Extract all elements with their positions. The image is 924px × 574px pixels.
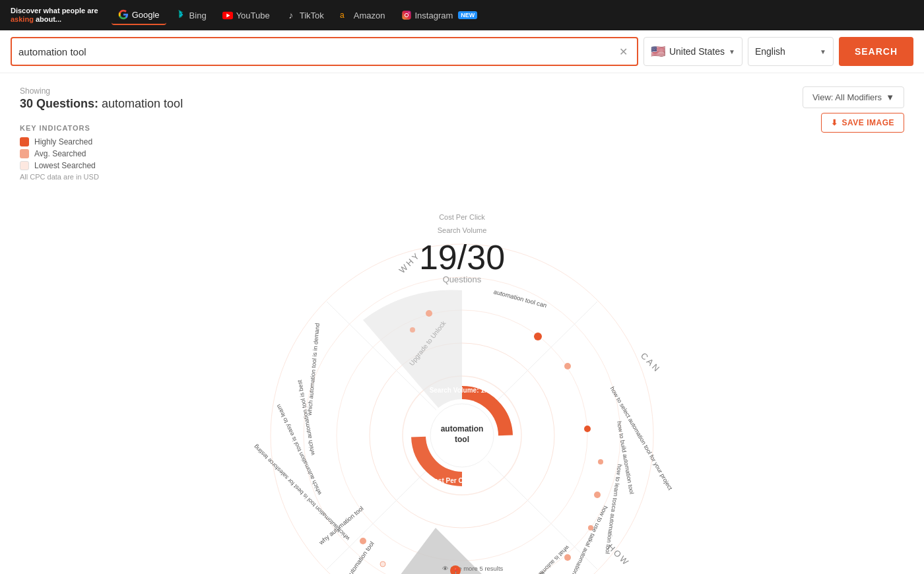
visualization-area: Cost Per Click Search Volume 19/30 Quest… xyxy=(20,191,904,574)
country-chevron-icon: ▼ xyxy=(729,48,735,55)
engine-bing[interactable]: Bing xyxy=(169,6,213,24)
showing-label: Showing xyxy=(20,86,183,96)
svg-text:📍: 📍 xyxy=(452,567,460,574)
engine-youtube[interactable]: YouTube xyxy=(216,6,277,24)
amazon-icon: a xyxy=(340,10,350,20)
svg-point-47 xyxy=(360,538,366,544)
clear-button[interactable]: ✕ xyxy=(616,46,630,58)
svg-point-37 xyxy=(564,363,571,369)
main-content: Showing 30 Questions: automation tool Vi… xyxy=(0,73,924,574)
us-flag-icon: 🇺🇸 xyxy=(651,44,665,59)
ki-low-swatch xyxy=(20,161,29,170)
engine-instagram[interactable]: Instagram NEW xyxy=(395,6,484,24)
ki-high-swatch xyxy=(20,137,29,146)
ki-lowest-searched: Lowest Searched xyxy=(20,161,904,170)
modifier-chevron-icon: ▼ xyxy=(886,92,894,102)
ki-note: All CPC data are in USD xyxy=(20,173,904,181)
viz-count: 19/30 xyxy=(419,240,505,274)
svg-text:Search Volume: 1.9K: Search Volume: 1.9K xyxy=(430,387,496,394)
viz-center-info: Cost Per Click Search Volume 19/30 Quest… xyxy=(419,211,505,284)
svg-point-46 xyxy=(380,561,385,567)
engine-google[interactable]: Google xyxy=(112,5,166,25)
engine-amazon-label: Amazon xyxy=(354,11,385,20)
results-count-block: Showing 30 Questions: automation tool xyxy=(20,86,183,111)
instagram-icon xyxy=(401,10,412,20)
engine-tiktok[interactable]: ♪ TikTok xyxy=(279,6,331,24)
language-selector[interactable]: English ▼ xyxy=(748,37,834,66)
ki-avg-searched: Avg. Searched xyxy=(20,149,904,158)
engine-youtube-label: YouTube xyxy=(236,11,270,20)
svg-point-38 xyxy=(584,426,591,432)
svg-text:which automation tool is in de: which automation tool is in demand xyxy=(306,323,321,416)
country-label: United States xyxy=(669,46,725,57)
viz-sv-label: Search Volume xyxy=(419,224,505,238)
language-label: English xyxy=(755,46,785,57)
svg-point-39 xyxy=(598,459,603,464)
search-bar: ✕ 🇺🇸 United States ▼ English ▼ SEARCH xyxy=(0,30,924,73)
top-navigation: Discover what people are asking about...… xyxy=(0,0,924,30)
view-modifier-button[interactable]: View: All Modifiers ▼ xyxy=(803,86,904,108)
svg-point-5 xyxy=(409,13,409,13)
results-header: Showing 30 Questions: automation tool Vi… xyxy=(20,86,904,111)
ki-avg-swatch xyxy=(20,149,29,158)
svg-rect-3 xyxy=(402,11,411,19)
svg-point-35 xyxy=(410,327,415,333)
search-button[interactable]: SEARCH xyxy=(839,37,913,66)
asking-word: asking xyxy=(11,15,34,23)
ki-title: KEY INDICATORS xyxy=(20,124,904,132)
engine-bing-label: Bing xyxy=(189,11,207,20)
content-area: Showing 30 Questions: automation tool Vi… xyxy=(0,73,924,574)
engine-google-label: Google xyxy=(132,10,160,20)
svg-text:what is automation tool: what is automation tool xyxy=(523,544,572,574)
svg-text:automation: automation xyxy=(441,424,484,433)
svg-point-41 xyxy=(588,525,593,530)
search-input-wrap: ✕ xyxy=(11,37,638,66)
svg-point-42 xyxy=(564,554,571,561)
svg-text:automation tool can: automation tool can xyxy=(493,288,548,309)
engine-tiktok-label: TikTok xyxy=(300,11,324,20)
viz-cpc-label: Cost Per Click xyxy=(419,211,505,224)
bing-icon xyxy=(176,10,186,20)
svg-point-36 xyxy=(534,333,542,340)
search-input[interactable] xyxy=(18,46,616,57)
engine-amazon[interactable]: a Amazon xyxy=(333,6,392,24)
ki-highly-searched: Highly Searched xyxy=(20,137,904,146)
questions-count: 30 Questions: automation tool xyxy=(20,97,183,111)
country-selector[interactable]: 🇺🇸 United States ▼ xyxy=(644,37,742,66)
svg-text:a: a xyxy=(340,11,345,20)
save-image-button[interactable]: ⬇ SAVE IMAGE xyxy=(821,113,904,133)
engine-instagram-label: Instagram xyxy=(415,11,453,20)
svg-text:tool: tool xyxy=(455,435,469,444)
engine-nav: Google Bing YouTube ♪ TikTok a Amazon xyxy=(112,5,913,25)
svg-text:how to use tatkal automation t: how to use tatkal automation tool xyxy=(566,505,609,574)
key-indicators: KEY INDICATORS Highly Searched Avg. Sear… xyxy=(20,124,904,181)
download-icon: ⬇ xyxy=(831,118,838,127)
tiktok-icon: ♪ xyxy=(286,10,296,20)
google-icon xyxy=(118,9,129,20)
svg-text:Cost Per Click: $16.2: Cost Per Click: $16.2 xyxy=(430,477,495,484)
new-badge: NEW xyxy=(458,11,477,19)
lang-chevron-icon: ▼ xyxy=(820,48,826,55)
brand-logo: Discover what people are asking about... xyxy=(11,7,112,24)
svg-point-40 xyxy=(594,492,601,498)
youtube-icon xyxy=(222,10,233,20)
svg-text:which automation tool is easy : which automation tool is easy to learn xyxy=(275,403,323,496)
svg-point-34 xyxy=(426,310,432,317)
